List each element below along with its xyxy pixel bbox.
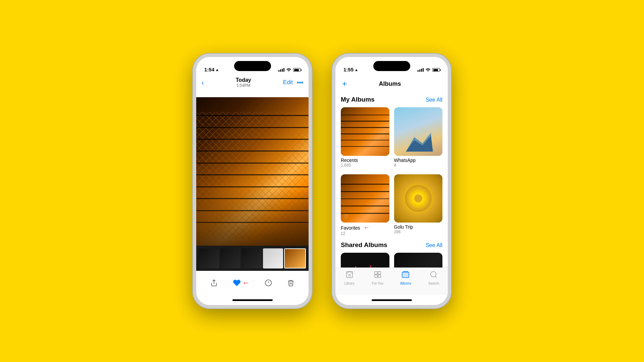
signal-icon-1: [278, 68, 284, 72]
album-name-recents: Recents: [341, 158, 389, 163]
my-albums-grid: Recents 1,693 WhatsApp 8: [341, 107, 442, 236]
time-display-2: 1:55: [343, 67, 354, 72]
search-icon: [430, 270, 438, 281]
nav-center: Today 1:54PM: [236, 77, 251, 88]
strip-thumb-1[interactable]: [199, 248, 219, 268]
phone-1: 1:54 ▲ ‹ Today 1:54PM Ed: [193, 54, 312, 308]
heart-button[interactable]: [233, 279, 241, 287]
glow-overlay: [196, 186, 309, 246]
albums-icon: [401, 270, 410, 281]
wifi-icon-1: [286, 67, 291, 72]
favorites-red-arrow: ←: [363, 224, 369, 231]
wifi-icon-2: [425, 67, 431, 72]
my-albums-header: My Albums See All: [341, 96, 442, 103]
home-indicator-1: [196, 295, 309, 305]
signal-icon-2: [418, 68, 424, 72]
heart-arrow: ←: [242, 279, 250, 287]
my-albums-title: My Albums: [341, 96, 375, 103]
album-favorites[interactable]: ♡ Favorites ← 12: [341, 174, 389, 236]
my-albums-see-all[interactable]: See All: [426, 97, 442, 103]
chevron-left-icon: ‹: [202, 79, 204, 86]
svg-marker-5: [406, 136, 433, 152]
album-thumb-recents: [341, 107, 389, 156]
album-thumb-golu: [394, 174, 443, 223]
dynamic-island-2: [373, 61, 410, 71]
svg-rect-9: [375, 275, 377, 278]
edit-button[interactable]: Edit: [283, 79, 293, 86]
heater-photo: [196, 97, 309, 246]
status-icons-2: [418, 67, 440, 72]
album-count-golu: 286: [394, 230, 443, 234]
favorites-heart-badge: ♡: [343, 214, 348, 220]
album-thumb-cake: [341, 253, 389, 267]
photo-thumbnail-strip: [196, 246, 309, 271]
album-dark[interactable]: [394, 253, 443, 267]
share-button[interactable]: [210, 279, 218, 287]
dynamic-island-1: [234, 61, 271, 71]
tab-label-library: Library: [344, 282, 355, 285]
nav-title: Today: [236, 77, 251, 83]
info-button[interactable]: [265, 279, 272, 287]
album-name-golu: Golu Trip: [394, 224, 443, 230]
main-photo[interactable]: [196, 97, 309, 246]
tab-library[interactable]: Library: [335, 270, 364, 285]
battery-icon-2: [432, 68, 440, 72]
tab-albums[interactable]: Albums: [392, 270, 420, 285]
delete-button[interactable]: [287, 279, 294, 287]
tab-for-you[interactable]: For You: [364, 270, 392, 285]
tab-search[interactable]: Search: [420, 270, 448, 285]
album-thumb-whatsapp: [394, 107, 443, 156]
svg-rect-8: [378, 272, 381, 274]
svg-point-13: [431, 272, 436, 277]
albums-title: Albums: [379, 80, 401, 87]
album-name-whatsapp: WhatsApp: [394, 158, 443, 163]
album-cake[interactable]: [341, 253, 389, 267]
add-album-button[interactable]: +: [342, 79, 347, 88]
album-thumb-dark: [394, 253, 443, 267]
nav-actions: Edit •••: [283, 79, 303, 86]
status-time-2: 1:55 ▲: [343, 67, 358, 72]
white-spacer: [196, 90, 309, 97]
album-thumb-favorites: ♡: [341, 174, 389, 223]
album-count-whatsapp: 8: [394, 163, 443, 168]
tab-label-foryou: For You: [372, 282, 383, 285]
location-arrow-2: ▲: [355, 68, 358, 72]
strip-thumb-5[interactable]: [284, 248, 306, 268]
shared-albums-header: Shared Albums See All: [341, 241, 442, 249]
album-whatsapp[interactable]: WhatsApp 8: [394, 107, 443, 168]
nav-subtitle: 1:54PM: [236, 83, 251, 88]
strip-thumb-2[interactable]: [220, 248, 241, 268]
svg-rect-11: [402, 272, 409, 278]
strip-thumb-4[interactable]: [263, 248, 283, 268]
photo-nav-bar: ‹ Today 1:54PM Edit •••: [196, 74, 309, 90]
status-time-1: 1:54 ▲: [204, 67, 219, 72]
status-icons-1: [278, 67, 301, 72]
photo-toolbar: ←: [196, 271, 309, 295]
album-count-recents: 1,693: [341, 163, 389, 168]
phone-2: 1:55 ▲ + Albums My Albums Se: [332, 54, 451, 308]
tab-label-search: Search: [428, 282, 439, 285]
album-golu[interactable]: Golu Trip 286: [394, 174, 443, 236]
library-icon: [345, 270, 354, 281]
more-button[interactable]: •••: [297, 79, 303, 86]
svg-rect-10: [378, 275, 381, 278]
shared-albums-title: Shared Albums: [341, 241, 387, 249]
shared-albums-see-all[interactable]: See All: [426, 242, 442, 248]
shared-albums-grid: [341, 253, 442, 267]
battery-icon-1: [293, 68, 301, 72]
foryou-icon: [374, 270, 382, 281]
albums-nav-bar: + Albums: [335, 74, 448, 93]
time-display-1: 1:54: [204, 67, 214, 72]
svg-rect-7: [375, 272, 377, 274]
strip-thumb-3[interactable]: [241, 248, 262, 268]
home-indicator-2: [335, 295, 448, 305]
back-button[interactable]: ‹: [202, 79, 204, 86]
album-count-favorites: 12: [341, 231, 389, 236]
album-recents[interactable]: Recents 1,693: [341, 107, 389, 168]
tab-bar-2: Library For You Albums Search: [335, 267, 448, 295]
heart-container: ←: [233, 279, 250, 287]
album-name-favorites: Favorites ←: [341, 224, 389, 231]
tab-label-albums: Albums: [400, 282, 411, 285]
albums-content: My Albums See All Recents: [335, 93, 448, 267]
location-arrow-1: ▲: [215, 68, 219, 72]
